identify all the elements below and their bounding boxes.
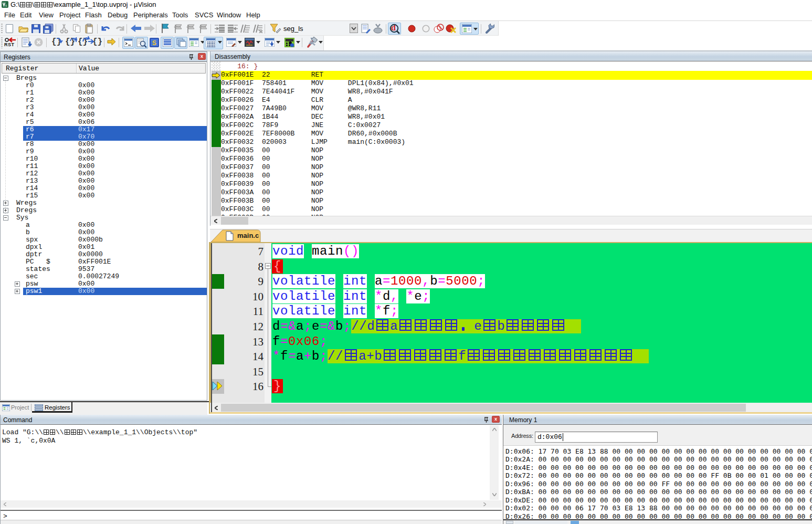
svg-text:S: S <box>152 39 156 47</box>
